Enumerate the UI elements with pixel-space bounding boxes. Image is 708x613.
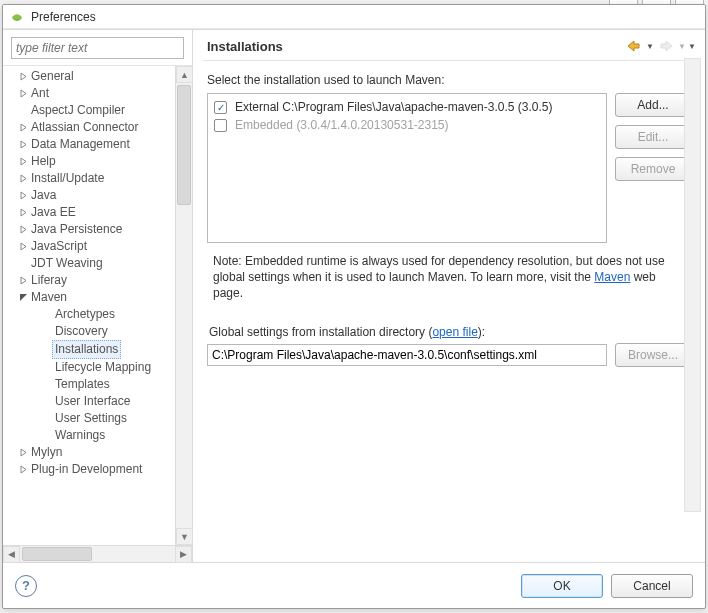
- tree-spacer: [41, 362, 53, 374]
- filter-input[interactable]: [11, 37, 184, 59]
- note-text: Note: Embedded runtime is always used fo…: [213, 253, 685, 301]
- installation-label: External C:\Program Files\Java\apache-ma…: [235, 100, 552, 114]
- select-installation-label: Select the installation used to launch M…: [207, 73, 691, 87]
- expand-icon[interactable]: [17, 88, 29, 100]
- tree-item[interactable]: JDT Weaving: [7, 255, 192, 272]
- tree-horizontal-scrollbar[interactable]: ◀ ▶: [3, 545, 192, 562]
- page-title: Installations: [207, 39, 283, 54]
- tree-item-label: Java Persistence: [31, 221, 122, 238]
- expand-icon[interactable]: [17, 122, 29, 134]
- installation-checkbox[interactable]: [214, 101, 227, 114]
- tree-item[interactable]: Java EE: [7, 204, 192, 221]
- edit-button[interactable]: Edit...: [615, 125, 691, 149]
- expand-icon[interactable]: [17, 139, 29, 151]
- tree-spacer: [41, 413, 53, 425]
- tree-item[interactable]: Java: [7, 187, 192, 204]
- tree-item[interactable]: Atlassian Connector: [7, 119, 192, 136]
- expand-icon[interactable]: [17, 224, 29, 236]
- tree-item[interactable]: Maven: [7, 289, 192, 306]
- expand-icon[interactable]: [17, 156, 29, 168]
- tree-item[interactable]: AspectJ Compiler: [7, 102, 192, 119]
- tree-item[interactable]: Archetypes: [7, 306, 192, 323]
- forward-icon[interactable]: [657, 38, 675, 54]
- tree-item[interactable]: Install/Update: [7, 170, 192, 187]
- tree-item[interactable]: User Interface: [7, 393, 192, 410]
- expand-icon[interactable]: [17, 241, 29, 253]
- tree-item-label: Ant: [31, 85, 49, 102]
- tree-item[interactable]: Templates: [7, 376, 192, 393]
- tree-item-label: Atlassian Connector: [31, 119, 138, 136]
- preferences-tree[interactable]: GeneralAntAspectJ CompilerAtlassian Conn…: [3, 66, 192, 480]
- ok-button[interactable]: OK: [521, 574, 603, 598]
- help-icon[interactable]: ?: [15, 575, 37, 597]
- expand-icon[interactable]: [17, 173, 29, 185]
- installation-item[interactable]: Embedded (3.0.4/1.4.0.20130531-2315): [212, 116, 602, 134]
- expand-icon[interactable]: [17, 447, 29, 459]
- right-vertical-scrollbar[interactable]: [684, 58, 701, 512]
- scroll-up-arrow-icon[interactable]: ▲: [176, 66, 193, 83]
- cancel-button[interactable]: Cancel: [611, 574, 693, 598]
- expand-icon[interactable]: [17, 190, 29, 202]
- app-icon: [9, 9, 25, 25]
- expand-icon[interactable]: [17, 71, 29, 83]
- tree-spacer: [41, 430, 53, 442]
- installation-checkbox[interactable]: [214, 119, 227, 132]
- scroll-thumb[interactable]: [177, 85, 191, 205]
- back-icon[interactable]: [625, 38, 643, 54]
- tree-item-label: User Settings: [55, 410, 127, 427]
- tree-spacer: [41, 379, 53, 391]
- menu-dropdown-icon[interactable]: ▼: [689, 38, 695, 54]
- tree-item[interactable]: Installations: [7, 340, 192, 359]
- expand-icon[interactable]: [17, 464, 29, 476]
- tree-item-label: Templates: [55, 376, 110, 393]
- installations-list[interactable]: External C:\Program Files\Java\apache-ma…: [207, 93, 607, 243]
- right-panel: Installations ▼ ▼ ▼ Select the installat…: [193, 30, 705, 562]
- tree-item-label: Warnings: [55, 427, 105, 444]
- tree-item-label: General: [31, 68, 74, 85]
- tree-item[interactable]: User Settings: [7, 410, 192, 427]
- tree-item[interactable]: General: [7, 68, 192, 85]
- collapse-icon[interactable]: [17, 292, 29, 304]
- scroll-thumb[interactable]: [22, 547, 92, 561]
- tree-spacer: [41, 396, 53, 408]
- tree-spacer: [17, 105, 29, 117]
- tree-item-label: Mylyn: [31, 444, 62, 461]
- open-file-link[interactable]: open file: [432, 325, 477, 339]
- tree-item[interactable]: Data Management: [7, 136, 192, 153]
- titlebar: Preferences: [3, 5, 705, 29]
- dropdown-icon[interactable]: ▼: [647, 38, 653, 54]
- tree-item[interactable]: Lifecycle Mapping: [7, 359, 192, 376]
- tree-item[interactable]: Warnings: [7, 427, 192, 444]
- tree-item-label: AspectJ Compiler: [31, 102, 125, 119]
- browse-button[interactable]: Browse...: [615, 343, 691, 367]
- tree-vertical-scrollbar[interactable]: ▲ ▼: [175, 66, 192, 545]
- expand-icon[interactable]: [17, 207, 29, 219]
- tree-spacer: [41, 326, 53, 338]
- tree-item[interactable]: JavaScript: [7, 238, 192, 255]
- toolbar: ▼ ▼ ▼: [625, 38, 695, 54]
- tree-item-label: User Interface: [55, 393, 130, 410]
- tree-item-label: Plug-in Development: [31, 461, 142, 478]
- tree-item[interactable]: Discovery: [7, 323, 192, 340]
- scroll-down-arrow-icon[interactable]: ▼: [176, 528, 193, 545]
- tree-item[interactable]: Mylyn: [7, 444, 192, 461]
- tree-item-label: Help: [31, 153, 56, 170]
- scroll-right-arrow-icon[interactable]: ▶: [175, 546, 192, 563]
- scroll-left-arrow-icon[interactable]: ◀: [3, 546, 20, 563]
- installation-item[interactable]: External C:\Program Files\Java\apache-ma…: [212, 98, 602, 116]
- global-settings-field[interactable]: [207, 344, 607, 366]
- add-button[interactable]: Add...: [615, 93, 691, 117]
- tree-item[interactable]: Java Persistence: [7, 221, 192, 238]
- remove-button[interactable]: Remove: [615, 157, 691, 181]
- tree-item[interactable]: Help: [7, 153, 192, 170]
- dropdown-icon[interactable]: ▼: [679, 38, 685, 54]
- tree-item[interactable]: Plug-in Development: [7, 461, 192, 478]
- expand-icon[interactable]: [17, 275, 29, 287]
- tree-item-label: JDT Weaving: [31, 255, 103, 272]
- tree-item-label: JavaScript: [31, 238, 87, 255]
- tree-spacer: [17, 258, 29, 270]
- tree-item[interactable]: Liferay: [7, 272, 192, 289]
- tree-item[interactable]: Ant: [7, 85, 192, 102]
- maven-link[interactable]: Maven: [594, 270, 630, 284]
- installation-label: Embedded (3.0.4/1.4.0.20130531-2315): [235, 118, 449, 132]
